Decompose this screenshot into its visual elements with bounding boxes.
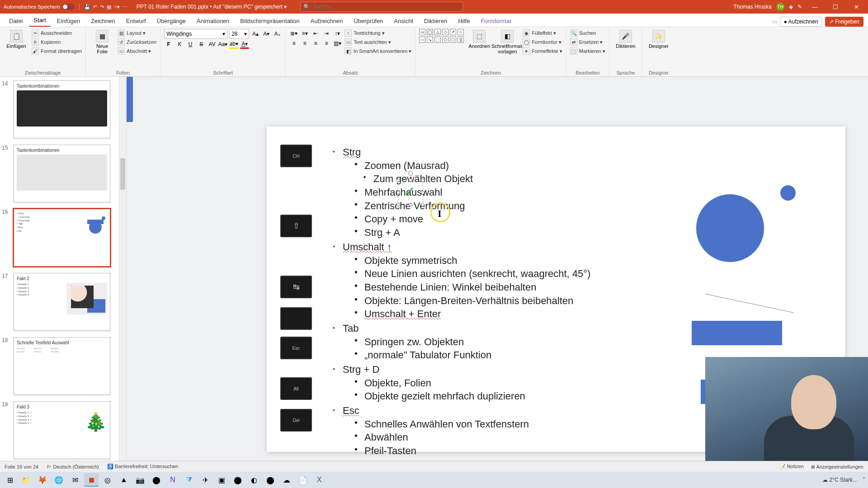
tb-vscode[interactable]: ⧩ [182, 473, 196, 487]
start-button[interactable]: ⊞ [3, 473, 17, 487]
slide-canvas[interactable]: Ctrl ⇧ ↹ Esc Alt Del Strg Zoomen (Mausra… [127, 77, 868, 461]
weather-tray[interactable]: ☁ 2°C Stark… [822, 477, 858, 483]
grow-font-button[interactable]: A▴ [251, 29, 260, 38]
scroll-handle[interactable] [120, 158, 125, 190]
designer-button[interactable]: ✨Designer [646, 29, 671, 50]
tb-explorer[interactable]: 📁 [19, 473, 33, 487]
font-size-select[interactable]: 28▾ [229, 29, 249, 39]
tab-bildschirmpraesentation[interactable]: Bildschirmpräsentation [236, 15, 304, 27]
tb-onenote[interactable]: N [165, 473, 180, 487]
new-slide-button[interactable]: ▦ Neue Folie [90, 29, 115, 55]
layout-button[interactable]: ▤Layout ▾ [118, 29, 156, 37]
autosave-toggle[interactable]: Automatisches Speichern [4, 4, 75, 10]
tb-app8[interactable]: 📄 [296, 473, 310, 487]
search-box[interactable]: 🔍 [300, 2, 463, 12]
section-button[interactable]: ▭Abschnitt ▾ [118, 47, 156, 55]
slide-thumbnails[interactable]: 14 Tastenkombinationen 15 Tastenkombinat… [0, 77, 127, 461]
text-direction-button[interactable]: ↕Textrichtung ▾ [344, 29, 411, 37]
shrink-font-button[interactable]: A▾ [262, 29, 271, 38]
reset-button[interactable]: ↺Zurücksetzen [118, 38, 156, 46]
justify-button[interactable]: ≡ [322, 39, 331, 48]
quick-styles-button[interactable]: ◧Schnellformat- vorlagen [495, 29, 520, 55]
tb-powerpoint[interactable]: ◼ [84, 473, 99, 487]
autosave-switch[interactable] [62, 4, 75, 10]
align-left-button[interactable]: ≡ [289, 39, 298, 48]
format-painter-button[interactable]: 🖌Format übertragen [32, 47, 82, 55]
rotate-handle[interactable] [408, 171, 413, 176]
fill-button[interactable]: ◉Fülleffekt ▾ [523, 29, 562, 37]
shape-gallery[interactable]: ▭◯△◇↗☆ —↘⬚⬠⬡{} [419, 29, 464, 43]
language-status[interactable]: 🏳 Deutsch (Österreich) [47, 464, 99, 469]
qat-more-icon[interactable]: ⋯ [123, 4, 127, 10]
italic-button[interactable]: K [175, 40, 184, 49]
selected-checkmark-shape[interactable]: ✓ [398, 180, 423, 205]
minimize-button[interactable]: — [807, 4, 823, 10]
find-button[interactable]: 🔍Suchen [570, 29, 605, 37]
tab-einfuegen[interactable]: Einfügen [52, 15, 85, 27]
tb-app2[interactable]: 📷 [133, 473, 147, 487]
effects-button[interactable]: ✦Formeffekte ▾ [523, 47, 562, 55]
tb-obs[interactable]: ⬤ [231, 473, 245, 487]
shadow-button[interactable]: AV [208, 40, 217, 49]
highlight-button[interactable]: ab▾ [229, 40, 238, 49]
line-spacing-button[interactable]: ↕▾ [333, 29, 342, 38]
thumb-14[interactable]: 14 Tastenkombinationen [14, 80, 120, 138]
user-name[interactable]: Thomas Hruska [733, 4, 772, 10]
font-color-button[interactable]: A▾ [240, 40, 249, 49]
tb-chrome[interactable]: 🌐 [52, 473, 66, 487]
tab-aufzeichnen[interactable]: Aufzeichnen [306, 15, 348, 27]
copy-button[interactable]: ⎘Kopieren [32, 38, 82, 46]
numbering-button[interactable]: ≡▾ [300, 29, 309, 38]
font-select[interactable]: Wingdings▾ [164, 29, 227, 39]
notes-button[interactable]: 📝 Notizen [779, 464, 804, 469]
tab-hilfe[interactable]: Hilfe [453, 15, 474, 27]
tb-firefox[interactable]: 🦊 [35, 473, 50, 487]
small-circle-shape[interactable] [780, 185, 796, 201]
tab-formformat[interactable]: Formformat [476, 15, 515, 27]
indent-button[interactable]: ⇥ [322, 29, 331, 38]
tab-ansicht[interactable]: Ansicht [389, 15, 418, 27]
tb-telegram[interactable]: ✈ [198, 473, 212, 487]
tab-diktieren[interactable]: Diktieren [420, 15, 452, 27]
bold-button[interactable]: F [164, 40, 173, 49]
display-settings-button[interactable]: 🖥 Anzeigeeinstellungen [810, 464, 863, 469]
align-center-button[interactable]: ≡ [300, 39, 309, 48]
close-button[interactable]: ✕ [848, 4, 864, 10]
tb-app1[interactable]: ◎ [100, 473, 115, 487]
thumb-15[interactable]: 15 Tastenkombinationen [14, 145, 120, 202]
tb-outlook[interactable]: ✉ [68, 473, 82, 487]
tb-app6[interactable]: ⬤ [263, 473, 278, 487]
clear-format-button[interactable]: Aₓ [273, 29, 282, 38]
tb-app3[interactable]: ⬤ [149, 473, 164, 487]
thumb-17[interactable]: 17 Fakt 2• Details 1• Details 2• Details… [14, 273, 120, 331]
columns-button[interactable]: ▥▾ [333, 39, 342, 48]
share-button[interactable]: ↗ Freigeben [825, 17, 863, 27]
tab-datei[interactable]: Datei [5, 15, 27, 27]
tab-ueberpruefen[interactable]: Überprüfen [349, 15, 387, 27]
user-avatar[interactable]: TH [776, 3, 784, 11]
maximize-button[interactable]: ☐ [827, 4, 844, 10]
slideshow-start-icon[interactable]: ▤ [107, 4, 111, 10]
paste-button[interactable]: 📋 Einfügen [4, 29, 29, 50]
bullets-button[interactable]: ≣▾ [289, 29, 298, 38]
big-circle-shape[interactable] [696, 194, 764, 262]
ink-icon[interactable]: ✎ [797, 4, 802, 10]
tb-excel[interactable]: X [312, 473, 326, 487]
touch-mode-icon[interactable]: ☟▾ [114, 4, 120, 10]
dictate-button[interactable]: 🎤Diktieren [613, 29, 638, 50]
tb-app7[interactable]: ☁ [279, 473, 294, 487]
record-button[interactable]: ● Aufzeichnen [780, 17, 822, 27]
ribbon-collapse-icon[interactable]: ▭ [772, 19, 777, 25]
text-align-button[interactable]: ▭Text ausrichten ▾ [344, 38, 411, 46]
thumb-18[interactable]: 18 Schnelle Textfeld Auswahltext texttex… [14, 337, 120, 395]
tab-uebergaenge[interactable]: Übergänge [152, 15, 190, 27]
tab-start[interactable]: Start [29, 14, 50, 27]
tab-entwurf[interactable]: Entwurf [122, 15, 151, 27]
thumb-16[interactable]: 16 ▪ Strg • Zoomen▪ Umschalt▪ Tab▪ Esc▪ … [14, 209, 120, 267]
slide-counter[interactable]: Folie 16 von 24 [5, 464, 38, 469]
outline-button[interactable]: ◯Formkontur ▾ [523, 38, 562, 46]
smartart-button[interactable]: ◧In SmartArt konvertieren ▾ [344, 47, 411, 55]
tb-app5[interactable]: ◐ [247, 473, 261, 487]
replace-button[interactable]: ⇄Ersetzen ▾ [570, 38, 605, 46]
arrange-button[interactable]: ⬚Anordnen [467, 29, 492, 50]
